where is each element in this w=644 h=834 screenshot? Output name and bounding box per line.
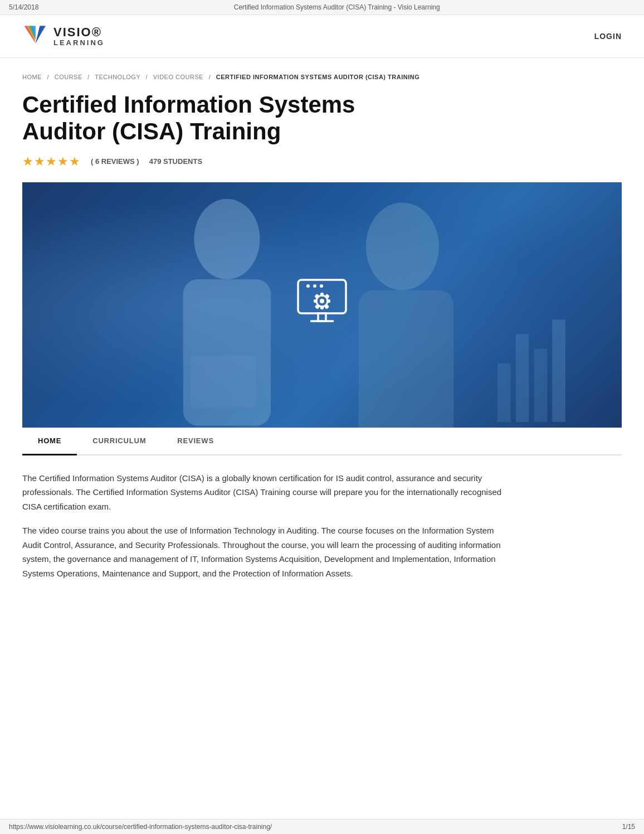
site-header: VISIO® LEARNING LOGIN [0, 15, 644, 58]
tab-home[interactable]: HOME [22, 428, 77, 455]
hero-center-icon [291, 274, 353, 336]
content-section: The Certified Information Systems Audito… [0, 455, 535, 609]
logo-visio: VISIO® [53, 26, 105, 39]
svg-rect-12 [516, 334, 529, 421]
svg-point-7 [194, 198, 260, 279]
students-label: 479 STUDENTS [149, 157, 202, 166]
browser-bar: 5/14/2018 Certified Information Systems … [0, 0, 644, 15]
svg-rect-11 [497, 363, 511, 422]
svg-rect-24 [320, 293, 324, 297]
svg-rect-29 [325, 293, 330, 298]
svg-point-21 [320, 284, 323, 288]
page-title: Certified Information Systems Auditor (C… [0, 86, 435, 154]
breadcrumb-course[interactable]: COURSE [55, 74, 82, 80]
svg-point-23 [320, 299, 324, 303]
browser-title: Certified Information Systems Auditor (C… [38, 3, 635, 11]
svg-rect-17 [318, 313, 326, 321]
logo-text: VISIO® LEARNING [53, 26, 105, 47]
logo[interactable]: VISIO® LEARNING [22, 23, 105, 50]
breadcrumb-video-course[interactable]: VIDEO COURSE [153, 74, 203, 80]
star-rating: ★★★★★ [22, 154, 81, 169]
logo-icon [22, 23, 49, 50]
svg-rect-28 [314, 293, 319, 298]
breadcrumb: HOME / COURSE / TECHNOLOGY / VIDEO COURS… [0, 58, 644, 86]
svg-point-9 [366, 202, 439, 290]
svg-rect-14 [552, 319, 565, 422]
rating-row: ★★★★★ ( 6 REVIEWS ) 479 STUDENTS [0, 154, 644, 182]
svg-point-19 [306, 284, 310, 288]
svg-rect-10 [359, 290, 454, 427]
breadcrumb-current: CERTIFIED INFORMATION SYSTEMS AUDITOR (C… [216, 74, 419, 80]
breadcrumb-sep1: / [47, 74, 50, 80]
browser-date: 5/14/2018 [9, 3, 38, 11]
breadcrumb-sep3: / [146, 74, 148, 80]
content-para1: The Certified Information Systems Audito… [22, 471, 513, 514]
login-button[interactable]: LOGIN [594, 32, 622, 41]
svg-rect-13 [534, 348, 548, 421]
svg-rect-27 [326, 299, 330, 303]
breadcrumb-sep4: / [209, 74, 211, 80]
tabs-row: HOME CURRICULUM REVIEWS [22, 428, 622, 455]
logo-learning: LEARNING [53, 39, 105, 47]
content-para2: The video course trains you about the us… [22, 523, 513, 580]
breadcrumb-technology[interactable]: TECHNOLOGY [95, 74, 140, 80]
svg-marker-6 [36, 26, 46, 43]
tab-curriculum[interactable]: CURRICULUM [77, 428, 162, 455]
hero-image [22, 182, 622, 428]
svg-rect-25 [320, 306, 324, 309]
reviews-label: ( 6 REVIEWS ) [91, 157, 139, 166]
breadcrumb-sep2: / [87, 74, 90, 80]
svg-rect-26 [314, 299, 318, 303]
svg-point-20 [313, 284, 316, 288]
tab-reviews[interactable]: REVIEWS [162, 428, 230, 455]
breadcrumb-home[interactable]: HOME [22, 74, 42, 80]
svg-rect-15 [191, 356, 256, 407]
